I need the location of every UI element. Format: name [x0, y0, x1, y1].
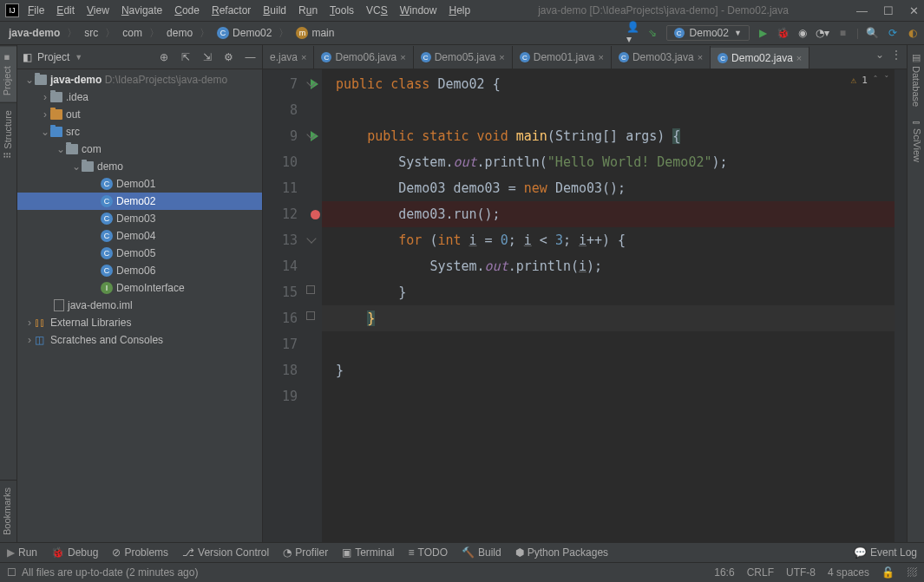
crumb-project[interactable]: java-demo	[5, 27, 63, 39]
crumb-com[interactable]: com	[119, 27, 146, 39]
run-icon[interactable]: ▶	[757, 27, 770, 40]
menu-tools[interactable]: Tools	[330, 4, 354, 16]
close-icon[interactable]: ×	[599, 52, 604, 62]
status-encoding[interactable]: UTF-8	[786, 566, 816, 579]
tabs-dropdown-icon[interactable]: ⌄	[875, 49, 884, 61]
bottom-tab-python[interactable]: ⬢Python Packages	[515, 546, 608, 559]
close-icon[interactable]: ×	[698, 52, 703, 62]
stop-icon[interactable]: ■	[836, 27, 849, 40]
error-stripe[interactable]	[895, 69, 907, 542]
tree-node-external[interactable]: ›⫿⫿External Libraries	[17, 314, 262, 331]
tree-node-iml[interactable]: java-demo.iml	[17, 297, 262, 314]
right-tab-database[interactable]: ▤ Database	[908, 45, 924, 114]
add-config-icon[interactable]: 👤▾	[626, 27, 639, 40]
menu-run[interactable]: Run	[298, 4, 318, 16]
menu-navigate[interactable]: Navigate	[121, 4, 162, 16]
close-icon[interactable]: ✕	[909, 4, 919, 17]
coverage-icon[interactable]: ◉	[796, 27, 809, 40]
tree-node-demo04[interactable]: CDemo04	[17, 227, 262, 245]
collapse-all-icon[interactable]: ⇲	[200, 50, 213, 63]
crumb-src[interactable]: src	[81, 27, 102, 39]
bottom-tab-terminal[interactable]: ▣Terminal	[342, 546, 394, 559]
tab-demo01[interactable]: CDemo01.java×	[513, 46, 612, 69]
menu-edit[interactable]: Edit	[56, 4, 75, 16]
tree-node-project[interactable]: ⌄java-demo D:\IdeaProjects\java-demo	[17, 71, 262, 88]
readonly-icon[interactable]: 🔓	[881, 566, 895, 579]
menu-build[interactable]: Build	[263, 4, 286, 16]
right-tab-sciview[interactable]: ⫿ SciView	[908, 114, 924, 169]
bottom-tab-todo[interactable]: ≡TODO	[409, 546, 448, 559]
crumb-demo[interactable]: demo	[163, 27, 196, 39]
close-icon[interactable]: ×	[499, 52, 504, 62]
bottom-tab-profiler[interactable]: ◔Profiler	[283, 546, 328, 559]
crumb-class[interactable]: CDemo02	[213, 27, 275, 39]
build-icon[interactable]: ⇘	[646, 27, 659, 40]
tree-node-com[interactable]: ⌄com	[17, 141, 262, 158]
tree-node-demo[interactable]: ⌄demo	[17, 158, 262, 175]
tab-demo06[interactable]: CDemo06.java×	[314, 46, 413, 69]
project-view-icon: ◧	[23, 51, 32, 63]
status-position[interactable]: 16:6	[714, 566, 734, 579]
left-tab-structure[interactable]: ⠿ Structure	[0, 102, 16, 166]
tab-partial[interactable]: e.java×	[263, 46, 314, 69]
inspections-widget[interactable]: ⚠1 ˆˇ	[851, 75, 890, 86]
tabs-more-icon[interactable]: ⋮	[891, 49, 901, 61]
ide-updates-icon[interactable]: ◐	[906, 27, 919, 40]
menu-vcs[interactable]: VCS	[366, 4, 388, 16]
tree-node-demo06[interactable]: CDemo06	[17, 262, 262, 279]
fold-gutter[interactable]	[305, 69, 322, 542]
status-indent[interactable]: 4 spaces	[828, 566, 869, 579]
menu-code[interactable]: Code	[174, 4, 200, 16]
tree-node-demointerface[interactable]: IDemoInterface	[17, 279, 262, 297]
bottom-tab-eventlog[interactable]: 💬Event Log	[854, 546, 917, 559]
bottom-tab-build[interactable]: 🔨Build	[462, 546, 501, 559]
bottom-tab-problems[interactable]: ⊘Problems	[112, 546, 168, 559]
status-icon[interactable]: ☐	[7, 566, 16, 579]
menu-help[interactable]: Help	[449, 4, 470, 16]
folder-icon	[66, 144, 78, 154]
chevron-down-icon[interactable]: ▼	[75, 53, 82, 62]
code-content[interactable]: public class Demo02 { public static void…	[322, 69, 907, 542]
close-icon[interactable]: ×	[796, 53, 802, 63]
editor-area: e.java× CDemo06.java× CDemo05.java× CDem…	[263, 45, 907, 542]
code-editor[interactable]: 7 8 9 10 11 12 13 14 15 16 17 18 19	[263, 69, 907, 542]
tree-node-demo03[interactable]: CDemo03	[17, 210, 262, 227]
bottom-tab-run[interactable]: ▶Run	[7, 546, 37, 559]
tab-demo05[interactable]: CDemo05.java×	[414, 46, 513, 69]
interface-icon: I	[101, 282, 113, 294]
tree-node-demo01[interactable]: CDemo01	[17, 175, 262, 193]
tree-node-demo02[interactable]: CDemo02	[17, 193, 262, 210]
crumb-method[interactable]: mmain	[292, 27, 337, 39]
bottom-tab-debug[interactable]: 🐞Debug	[51, 546, 98, 559]
line-gutter[interactable]: 7 8 9 10 11 12 13 14 15 16 17 18 19	[263, 69, 305, 542]
close-icon[interactable]: ×	[400, 52, 405, 62]
expand-all-icon[interactable]: ⇱	[179, 50, 192, 63]
tab-demo02[interactable]: CDemo02.java×	[711, 46, 809, 69]
run-config-selector[interactable]: C Demo02 ▼	[666, 25, 750, 41]
tab-demo03[interactable]: CDemo03.java×	[612, 46, 711, 69]
tree-node-src[interactable]: ⌄src	[17, 123, 262, 141]
menu-window[interactable]: Window	[400, 4, 437, 16]
maximize-icon[interactable]: ☐	[883, 4, 894, 17]
hide-panel-icon[interactable]: —	[244, 50, 257, 63]
profile-icon[interactable]: ◔▾	[816, 27, 829, 40]
menu-refactor[interactable]: Refactor	[212, 4, 251, 16]
menu-view[interactable]: View	[87, 4, 109, 16]
tree-node-out[interactable]: ›out	[17, 106, 262, 123]
memory-icon[interactable]: ⛆	[907, 566, 917, 579]
left-tab-project[interactable]: Project ■	[0, 45, 16, 102]
bottom-tab-vcs[interactable]: ⎇Version Control	[182, 546, 269, 559]
settings-icon[interactable]: ⚙	[222, 50, 235, 63]
debug-icon[interactable]: 🐞	[777, 27, 790, 40]
close-icon[interactable]: ×	[301, 52, 306, 62]
tree-node-scratches[interactable]: ›◫Scratches and Consoles	[17, 331, 262, 349]
tree-node-idea[interactable]: ›.idea	[17, 88, 262, 106]
left-tab-bookmarks[interactable]: Bookmarks	[0, 480, 16, 542]
sync-icon[interactable]: ⟳	[886, 27, 899, 40]
tree-node-demo05[interactable]: CDemo05	[17, 245, 262, 262]
select-opened-icon[interactable]: ⊕	[157, 50, 170, 63]
minimize-icon[interactable]: ―	[856, 4, 868, 17]
status-line-separator[interactable]: CRLF	[747, 566, 774, 579]
menu-file[interactable]: File	[28, 4, 44, 16]
search-icon[interactable]: 🔍	[866, 27, 879, 40]
